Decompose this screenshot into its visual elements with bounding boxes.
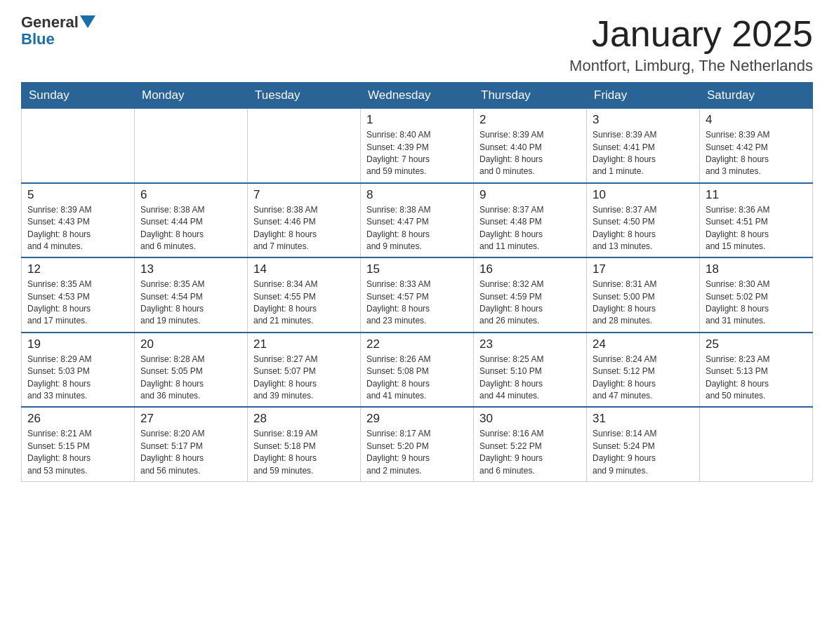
page-header: General Blue January 2025 Montfort, Limb… [21, 14, 813, 75]
day-info: Sunrise: 8:24 AM Sunset: 5:12 PM Dayligh… [593, 354, 694, 403]
weekday-header-row: SundayMondayTuesdayWednesdayThursdayFrid… [22, 83, 813, 109]
calendar-cell: 10Sunrise: 8:37 AM Sunset: 4:50 PM Dayli… [587, 183, 700, 258]
day-info: Sunrise: 8:23 AM Sunset: 5:13 PM Dayligh… [706, 354, 807, 403]
calendar-cell: 5Sunrise: 8:39 AM Sunset: 4:43 PM Daylig… [22, 183, 135, 258]
day-info: Sunrise: 8:19 AM Sunset: 5:18 PM Dayligh… [253, 428, 355, 477]
day-number: 1 [366, 113, 468, 127]
calendar-subtitle: Montfort, Limburg, The Netherlands [569, 57, 813, 75]
calendar-cell: 16Sunrise: 8:32 AM Sunset: 4:59 PM Dayli… [474, 257, 587, 333]
day-number: 13 [140, 262, 241, 276]
calendar-cell: 3Sunrise: 8:39 AM Sunset: 4:41 PM Daylig… [587, 109, 700, 183]
day-number: 22 [366, 337, 468, 351]
day-number: 23 [479, 337, 581, 351]
day-info: Sunrise: 8:25 AM Sunset: 5:10 PM Dayligh… [479, 354, 581, 403]
calendar-cell: 6Sunrise: 8:38 AM Sunset: 4:44 PM Daylig… [135, 183, 248, 258]
weekday-header-friday: Friday [587, 83, 700, 109]
calendar-cell: 27Sunrise: 8:20 AM Sunset: 5:17 PM Dayli… [135, 407, 248, 481]
calendar-cell: 7Sunrise: 8:38 AM Sunset: 4:46 PM Daylig… [248, 183, 361, 258]
calendar-cell: 17Sunrise: 8:31 AM Sunset: 5:00 PM Dayli… [587, 257, 700, 333]
day-info: Sunrise: 8:39 AM Sunset: 4:42 PM Dayligh… [706, 129, 807, 178]
day-info: Sunrise: 8:16 AM Sunset: 5:22 PM Dayligh… [479, 428, 581, 477]
calendar-cell: 20Sunrise: 8:28 AM Sunset: 5:05 PM Dayli… [135, 333, 248, 408]
calendar-cell [135, 109, 248, 183]
calendar-cell: 1Sunrise: 8:40 AM Sunset: 4:39 PM Daylig… [361, 109, 474, 183]
day-info: Sunrise: 8:32 AM Sunset: 4:59 PM Dayligh… [479, 279, 581, 328]
day-info: Sunrise: 8:39 AM Sunset: 4:40 PM Dayligh… [479, 129, 581, 178]
day-number: 15 [366, 262, 468, 276]
day-info: Sunrise: 8:40 AM Sunset: 4:39 PM Dayligh… [366, 129, 468, 178]
calendar-cell: 29Sunrise: 8:17 AM Sunset: 5:20 PM Dayli… [361, 407, 474, 481]
day-info: Sunrise: 8:37 AM Sunset: 4:50 PM Dayligh… [593, 204, 694, 253]
week-row-3: 12Sunrise: 8:35 AM Sunset: 4:53 PM Dayli… [22, 257, 813, 333]
day-info: Sunrise: 8:37 AM Sunset: 4:48 PM Dayligh… [479, 204, 581, 253]
day-info: Sunrise: 8:34 AM Sunset: 4:55 PM Dayligh… [253, 279, 355, 328]
weekday-header-sunday: Sunday [22, 83, 135, 109]
day-info: Sunrise: 8:36 AM Sunset: 4:51 PM Dayligh… [706, 204, 807, 253]
day-number: 3 [593, 113, 694, 127]
calendar-cell: 31Sunrise: 8:14 AM Sunset: 5:24 PM Dayli… [587, 407, 700, 481]
day-info: Sunrise: 8:17 AM Sunset: 5:20 PM Dayligh… [366, 428, 468, 477]
day-number: 14 [253, 262, 355, 276]
day-number: 10 [593, 188, 694, 202]
day-number: 26 [27, 412, 128, 426]
weekday-header-saturday: Saturday [700, 83, 813, 109]
day-number: 8 [366, 188, 468, 202]
day-number: 2 [479, 113, 581, 127]
day-number: 27 [140, 412, 241, 426]
week-row-2: 5Sunrise: 8:39 AM Sunset: 4:43 PM Daylig… [22, 183, 813, 258]
svg-marker-0 [80, 15, 95, 28]
day-info: Sunrise: 8:26 AM Sunset: 5:08 PM Dayligh… [366, 354, 468, 403]
day-number: 29 [366, 412, 468, 426]
day-number: 31 [593, 412, 694, 426]
day-info: Sunrise: 8:27 AM Sunset: 5:07 PM Dayligh… [253, 354, 355, 403]
calendar-cell: 26Sunrise: 8:21 AM Sunset: 5:15 PM Dayli… [22, 407, 135, 481]
day-info: Sunrise: 8:28 AM Sunset: 5:05 PM Dayligh… [140, 354, 241, 403]
calendar-cell [248, 109, 361, 183]
calendar-cell: 25Sunrise: 8:23 AM Sunset: 5:13 PM Dayli… [700, 333, 813, 408]
weekday-header-tuesday: Tuesday [248, 83, 361, 109]
day-number: 24 [593, 337, 694, 351]
day-number: 4 [706, 113, 807, 127]
day-number: 21 [253, 337, 355, 351]
day-info: Sunrise: 8:39 AM Sunset: 4:43 PM Dayligh… [27, 204, 128, 253]
day-number: 30 [479, 412, 581, 426]
calendar-title: January 2025 [569, 14, 813, 54]
day-number: 17 [593, 262, 694, 276]
day-info: Sunrise: 8:14 AM Sunset: 5:24 PM Dayligh… [593, 428, 694, 477]
calendar-cell: 9Sunrise: 8:37 AM Sunset: 4:48 PM Daylig… [474, 183, 587, 258]
calendar-cell: 11Sunrise: 8:36 AM Sunset: 4:51 PM Dayli… [700, 183, 813, 258]
day-info: Sunrise: 8:39 AM Sunset: 4:41 PM Dayligh… [593, 129, 694, 178]
calendar-cell: 24Sunrise: 8:24 AM Sunset: 5:12 PM Dayli… [587, 333, 700, 408]
day-number: 6 [140, 188, 241, 202]
title-block: January 2025 Montfort, Limburg, The Neth… [569, 14, 813, 75]
calendar-cell: 4Sunrise: 8:39 AM Sunset: 4:42 PM Daylig… [700, 109, 813, 183]
day-number: 19 [27, 337, 128, 351]
day-info: Sunrise: 8:35 AM Sunset: 4:53 PM Dayligh… [27, 279, 128, 328]
logo-text-general: General [21, 14, 79, 31]
day-info: Sunrise: 8:30 AM Sunset: 5:02 PM Dayligh… [706, 279, 807, 328]
calendar-cell: 19Sunrise: 8:29 AM Sunset: 5:03 PM Dayli… [22, 333, 135, 408]
day-info: Sunrise: 8:29 AM Sunset: 5:03 PM Dayligh… [27, 354, 128, 403]
day-info: Sunrise: 8:21 AM Sunset: 5:15 PM Dayligh… [27, 428, 128, 477]
calendar-cell: 23Sunrise: 8:25 AM Sunset: 5:10 PM Dayli… [474, 333, 587, 408]
calendar-cell: 21Sunrise: 8:27 AM Sunset: 5:07 PM Dayli… [248, 333, 361, 408]
day-info: Sunrise: 8:35 AM Sunset: 4:54 PM Dayligh… [140, 279, 241, 328]
day-number: 12 [27, 262, 128, 276]
calendar-cell: 28Sunrise: 8:19 AM Sunset: 5:18 PM Dayli… [248, 407, 361, 481]
logo-text-blue: Blue [21, 30, 55, 48]
logo: General Blue [21, 14, 95, 48]
calendar-cell: 22Sunrise: 8:26 AM Sunset: 5:08 PM Dayli… [361, 333, 474, 408]
day-info: Sunrise: 8:38 AM Sunset: 4:47 PM Dayligh… [366, 204, 468, 253]
week-row-5: 26Sunrise: 8:21 AM Sunset: 5:15 PM Dayli… [22, 407, 813, 481]
calendar-cell: 13Sunrise: 8:35 AM Sunset: 4:54 PM Dayli… [135, 257, 248, 333]
calendar-cell: 14Sunrise: 8:34 AM Sunset: 4:55 PM Dayli… [248, 257, 361, 333]
day-info: Sunrise: 8:20 AM Sunset: 5:17 PM Dayligh… [140, 428, 241, 477]
day-info: Sunrise: 8:33 AM Sunset: 4:57 PM Dayligh… [366, 279, 468, 328]
calendar-table: SundayMondayTuesdayWednesdayThursdayFrid… [21, 82, 813, 482]
weekday-header-monday: Monday [135, 83, 248, 109]
day-number: 11 [706, 188, 807, 202]
day-info: Sunrise: 8:38 AM Sunset: 4:44 PM Dayligh… [140, 204, 241, 253]
calendar-cell: 18Sunrise: 8:30 AM Sunset: 5:02 PM Dayli… [700, 257, 813, 333]
calendar-cell [700, 407, 813, 481]
day-number: 18 [706, 262, 807, 276]
